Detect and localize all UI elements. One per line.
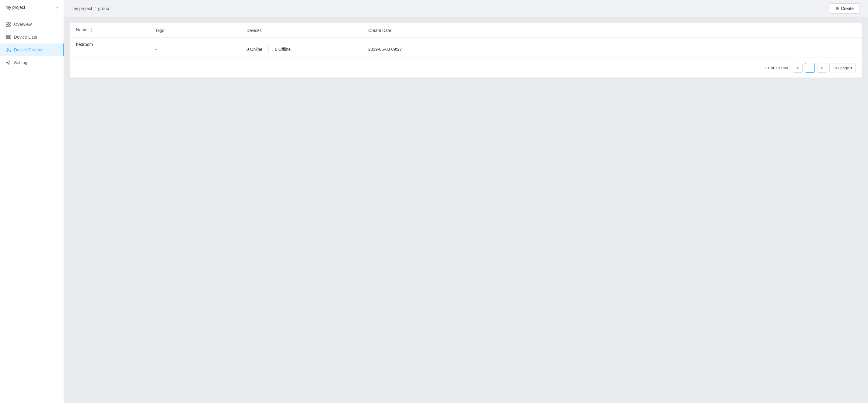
col-tags: Tags: [149, 23, 241, 38]
prev-icon: <: [797, 66, 799, 70]
device-groups-icon: [5, 47, 11, 53]
breadcrumb-page: group: [98, 6, 109, 11]
sidebar-item-label: Device Lists: [14, 35, 37, 39]
create-button[interactable]: ⊕ Create: [830, 3, 860, 14]
sidebar-item-label: Device Groups: [14, 47, 42, 52]
pagination: 1-1 of 1 items < 1 > 10 / page ▾: [70, 58, 862, 77]
breadcrumb-separator: /: [95, 6, 96, 11]
next-page-button[interactable]: >: [817, 63, 827, 73]
plus-icon: ⊕: [835, 6, 839, 11]
svg-rect-1: [8, 22, 10, 24]
overview-icon: [5, 22, 11, 27]
chevron-down-icon: ▾: [850, 66, 852, 70]
sidebar: my project ▾ Overview: [0, 0, 64, 403]
sidebar-item-overview[interactable]: Overview: [0, 18, 64, 31]
svg-rect-6: [6, 38, 10, 39]
breadcrumb-project: my project: [72, 6, 92, 11]
sidebar-item-device-lists[interactable]: Device Lists: [0, 31, 64, 43]
row-tags: -: [149, 42, 241, 53]
prev-page-button[interactable]: <: [793, 63, 803, 73]
col-name: Name ▲ ▼: [70, 23, 149, 38]
col-create-date: Create Date: [362, 23, 862, 38]
svg-rect-3: [8, 25, 10, 27]
page-size-label: 10 / page: [833, 66, 849, 70]
device-lists-icon: [5, 34, 11, 40]
sidebar-item-label: Overview: [14, 22, 32, 27]
svg-rect-2: [6, 25, 8, 27]
breadcrumb: my project / group: [72, 6, 109, 11]
offline-count: 0 Offline: [275, 47, 291, 52]
svg-line-11: [8, 49, 10, 51]
sidebar-item-setting[interactable]: Setting: [0, 56, 64, 69]
main-content: my project / group ⊕ Create Name ▲ ▼: [64, 0, 868, 403]
sidebar-item-device-groups[interactable]: Device Groups: [0, 43, 64, 56]
setting-icon: [5, 60, 11, 65]
current-page-button[interactable]: 1: [805, 63, 815, 73]
devices-divider: [269, 46, 269, 52]
svg-point-12: [8, 62, 9, 64]
svg-point-8: [6, 51, 8, 52]
row-name-sub: -: [70, 48, 149, 58]
sort-arrows-icon[interactable]: ▲ ▼: [90, 27, 93, 33]
table-row[interactable]: bedroom - - 0 Online 0 Offline: [70, 38, 862, 58]
next-icon: >: [821, 66, 823, 70]
project-name: my project: [5, 5, 25, 10]
row-devices: 0 Online 0 Offline: [241, 42, 362, 53]
nav-menu: Overview Device Lists: [0, 15, 64, 403]
row-name: bedroom: [70, 38, 149, 48]
page-number: 1: [809, 66, 811, 70]
svg-point-7: [8, 48, 9, 49]
svg-rect-4: [6, 35, 10, 36]
content-area: Name ▲ ▼ Tags Devices: [64, 17, 868, 403]
svg-line-10: [7, 49, 8, 51]
project-selector[interactable]: my project ▾: [0, 0, 64, 15]
groups-table: Name ▲ ▼ Tags Devices: [70, 23, 862, 58]
topbar: my project / group ⊕ Create: [64, 0, 868, 17]
svg-rect-0: [6, 22, 8, 24]
pagination-info: 1-1 of 1 items: [764, 66, 788, 70]
sidebar-item-label: Setting: [14, 60, 27, 65]
table-container: Name ▲ ▼ Tags Devices: [70, 23, 862, 77]
online-count: 0 Online: [247, 47, 262, 52]
svg-point-9: [9, 51, 11, 52]
svg-rect-5: [6, 37, 10, 38]
page-size-selector[interactable]: 10 / page ▾: [829, 64, 856, 72]
chevron-down-icon: ▾: [56, 5, 58, 9]
row-create-date: 2019-05-03 09:27: [362, 42, 862, 53]
create-button-label: Create: [841, 6, 854, 11]
col-devices: Devices: [241, 23, 362, 38]
